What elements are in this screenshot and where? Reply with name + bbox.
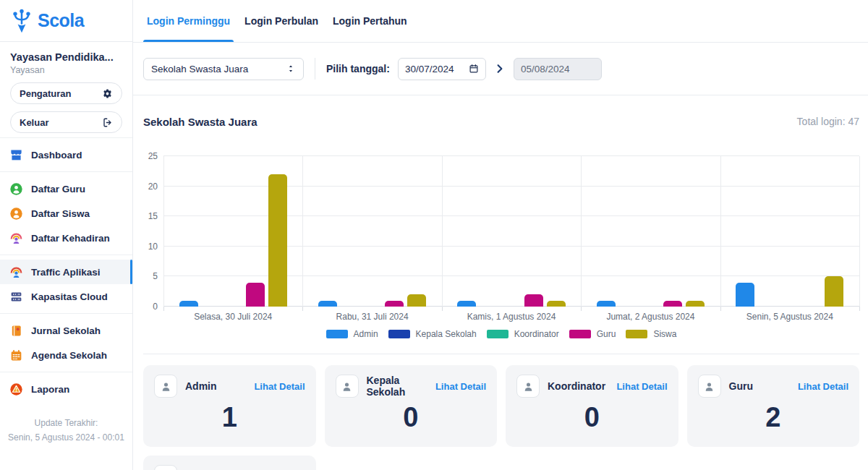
bar-admin	[179, 301, 198, 307]
date-from-input[interactable]: 30/07/2024	[398, 58, 486, 80]
student-icon	[9, 207, 23, 221]
sidebar-divider	[0, 137, 132, 138]
legend-label: Admin	[354, 329, 378, 339]
bar-group	[442, 156, 581, 307]
lihat-detail-link[interactable]: Lihat Detail	[254, 381, 305, 392]
bar-slots	[456, 156, 567, 307]
logout-label: Keluar	[20, 117, 48, 128]
bar-group	[720, 156, 859, 307]
legend-item-kepala-sekolah: Kepala Sekolah	[388, 329, 477, 339]
sidebar-item-label: Dashboard	[31, 150, 82, 161]
card-value: 2	[698, 402, 849, 433]
report-icon	[9, 383, 23, 396]
sidebar-item-dashboard[interactable]: Dashboard	[0, 142, 132, 167]
bar-admin	[597, 301, 616, 307]
bar-slot	[383, 156, 406, 307]
calendar-icon	[469, 64, 479, 74]
bar-admin	[736, 283, 754, 307]
last-update-value: Senin, 5 Agustus 2024 - 00:01	[0, 430, 132, 445]
legend-swatch	[388, 330, 410, 338]
x-axis-label: Kamis, 1 Agustus 2024	[442, 312, 581, 322]
journal-icon	[9, 324, 23, 338]
bar-slot	[734, 156, 757, 307]
chart-title: Sekolah Swasta Juara	[143, 116, 258, 128]
x-axis-label: Jumat, 2 Agustus 2024	[581, 312, 720, 322]
org-type: Yayasan	[10, 65, 122, 75]
x-axis-tick	[302, 307, 303, 311]
bar-slot	[317, 156, 339, 307]
legend-label: Siswa	[653, 329, 676, 339]
traffic-icon	[9, 265, 23, 279]
sidebar-item-agenda-sekolah[interactable]: Agenda Sekolah	[0, 343, 132, 367]
sidebar-menu: DashboardDaftar GuruDaftar SiswaDaftar K…	[0, 142, 132, 401]
role-card-admin: AdminLihat Detail1	[143, 365, 316, 447]
tab-bar: Login PermingguLogin PerbulanLogin Perta…	[133, 0, 868, 43]
bar-guru	[246, 283, 265, 307]
tab-login-pertahun[interactable]: Login Pertahun	[329, 0, 411, 42]
sidebar-item-label: Laporan	[31, 384, 69, 395]
filter-bar: Sekolah Swasta Juara Pilih tanggal: 30/0…	[133, 43, 868, 95]
sidebar-item-label: Daftar Guru	[31, 184, 85, 195]
lihat-detail-link[interactable]: Lihat Detail	[798, 381, 848, 392]
bar-slot	[522, 156, 545, 307]
bar-slots	[595, 156, 706, 307]
sidebar-item-label: Daftar Kehadiran	[31, 233, 110, 244]
tab-login-perbulan[interactable]: Login Perbulan	[241, 0, 322, 42]
v-gridline	[859, 156, 860, 307]
bar-slot	[801, 156, 823, 307]
legend-swatch	[626, 330, 647, 338]
bar-slot	[684, 156, 707, 307]
bar-group	[163, 156, 302, 307]
sidebar-item-traffic-aplikasi[interactable]: Traffic Aplikasi	[0, 260, 132, 284]
x-axis-tick	[442, 307, 443, 311]
card-value: 0	[336, 402, 487, 433]
chart-plot-area: 0510152025	[163, 156, 859, 307]
date-to-input[interactable]: 05/08/2024	[514, 58, 602, 80]
storefront-icon	[9, 148, 23, 162]
gear-icon	[102, 88, 113, 99]
lihat-detail-link[interactable]: Lihat Detail	[435, 381, 486, 392]
bar-slot	[361, 156, 383, 307]
card-title: Kepala Sekolah	[367, 375, 435, 398]
x-axis-labels: Selasa, 30 Juli 2024Rabu, 31 Juli 2024Ka…	[163, 312, 859, 322]
bar-group	[581, 156, 720, 307]
filter-divider	[315, 58, 315, 80]
bar-slot	[501, 156, 523, 307]
sidebar-item-daftar-kehadiran[interactable]: Daftar Kehadiran	[0, 226, 132, 250]
x-axis-label: Senin, 5 Agustus 2024	[720, 312, 859, 322]
school-select[interactable]: Sekolah Swasta Juara	[143, 58, 304, 80]
sidebar-item-jurnal-sekolah[interactable]: Jurnal Sekolah	[0, 318, 132, 343]
bar-slot	[662, 156, 684, 307]
bar-siswa	[825, 276, 843, 307]
card-title: Guru	[729, 380, 798, 392]
logout-button[interactable]: Keluar	[10, 111, 122, 133]
tab-login-perminggu[interactable]: Login Perminggu	[143, 0, 234, 42]
bar-slot	[200, 156, 222, 307]
bar-guru	[524, 294, 543, 307]
card-value: 1	[154, 402, 305, 433]
card-header: Kepala SekolahLihat Detail	[336, 375, 487, 398]
bar-slot	[478, 156, 501, 307]
x-axis-label: Selasa, 30 Juli 2024	[163, 312, 302, 322]
settings-button[interactable]: Pengaturan	[10, 82, 122, 104]
bar-slot	[757, 156, 779, 307]
card-title: Admin	[185, 380, 254, 392]
sidebar-item-daftar-guru[interactable]: Daftar Guru	[0, 176, 132, 201]
sidebar-item-kapasitas-cloud[interactable]: Kapasitas Cloud	[0, 284, 132, 309]
total-login-label: Total login: 47	[797, 116, 859, 127]
role-cards: AdminLihat Detail1Kepala SekolahLihat De…	[133, 354, 868, 470]
bar-slot	[456, 156, 478, 307]
y-axis-tick: 10	[148, 242, 158, 252]
bar-group	[302, 156, 441, 307]
lihat-detail-link[interactable]: Lihat Detail	[616, 381, 667, 392]
main-content: Login PermingguLogin PerbulanLogin Perta…	[133, 0, 868, 470]
y-axis-tick: 20	[148, 181, 158, 192]
role-card-guru: GuruLihat Detail2	[687, 365, 860, 447]
sidebar-item-label: Traffic Aplikasi	[31, 267, 101, 278]
sidebar-item-daftar-siswa[interactable]: Daftar Siswa	[0, 201, 132, 226]
app-title: Scola	[38, 10, 84, 31]
card-value: 0	[516, 402, 668, 433]
sidebar-item-laporan[interactable]: Laporan	[0, 377, 132, 401]
logo: Scola	[0, 0, 132, 42]
sidebar-item-label: Daftar Siswa	[31, 208, 90, 219]
